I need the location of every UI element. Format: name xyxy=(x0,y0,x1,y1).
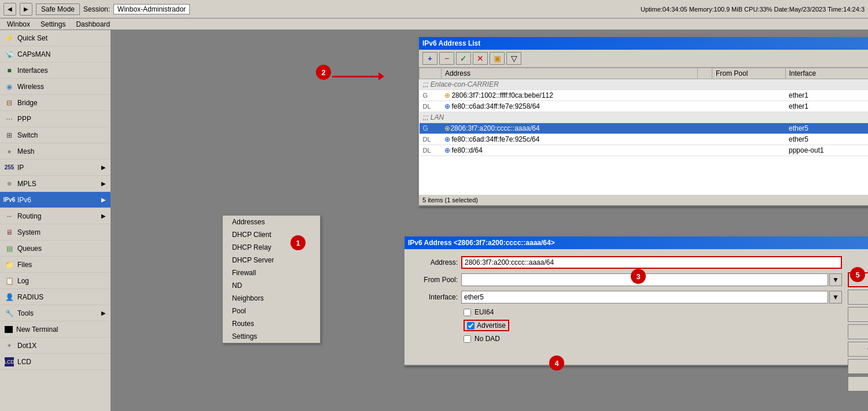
remove-button-dialog[interactable]: Remove xyxy=(848,376,868,391)
sidebar-item-system[interactable]: 🖥 System xyxy=(0,224,111,240)
sidebar-label-capsman: CAPsMAN xyxy=(17,50,50,58)
top-bar: ◀ ▶ Safe Mode Session: Winbox-Administra… xyxy=(0,0,868,18)
sidebar-item-mpls[interactable]: ⊕ MPLS ▶ xyxy=(0,176,111,192)
menu-nd[interactable]: ND xyxy=(223,279,320,292)
address-table: Address From Pool Interface / Advertise … xyxy=(419,68,868,156)
menu-settings[interactable]: Settings xyxy=(223,330,320,343)
sidebar-label-system: System xyxy=(17,228,41,236)
interfaces-icon: ■ xyxy=(5,66,14,75)
menu-firewall[interactable]: Firewall xyxy=(223,266,320,279)
row-address: ⊕fe80::d/64 xyxy=(441,145,697,156)
col-from-pool: From Pool xyxy=(712,68,786,79)
menu-addresses[interactable]: Addresses xyxy=(223,216,320,228)
step-badge-3: 3 xyxy=(631,269,646,284)
menu-pool[interactable]: Pool xyxy=(223,305,320,317)
forward-button[interactable]: ▶ xyxy=(20,3,32,16)
sidebar-item-wireless[interactable]: ◉ Wireless xyxy=(0,79,111,95)
sidebar-item-quick-set[interactable]: ⚡ Quick Set xyxy=(0,30,111,46)
sidebar-label-interfaces: Interfaces xyxy=(17,66,48,75)
sidebar-item-ppp[interactable]: ⋯ PPP xyxy=(0,111,111,127)
advertise-checkbox[interactable] xyxy=(467,322,475,329)
sidebar-item-switch[interactable]: ⊞ Switch xyxy=(0,127,111,143)
sidebar-item-radius[interactable]: 👤 RADIUS xyxy=(0,289,111,305)
sidebar-item-tools[interactable]: 🔧 Tools ▶ xyxy=(0,305,111,321)
sidebar-item-bridge[interactable]: ⊟ Bridge xyxy=(0,95,111,111)
advertise-highlight-box: Advertise xyxy=(464,320,509,331)
remove-button[interactable]: − xyxy=(439,52,454,65)
eui64-checkbox[interactable] xyxy=(464,309,471,316)
row-flag: G xyxy=(420,123,442,134)
menu-settings[interactable]: Settings xyxy=(36,20,70,29)
tools-arrow: ▶ xyxy=(101,310,106,316)
row-flag: DL xyxy=(420,134,442,145)
disable-button[interactable]: Disable xyxy=(848,324,868,339)
menu-dhcp-server[interactable]: DHCP Server xyxy=(223,254,320,266)
cancel-button[interactable]: Cancel xyxy=(848,290,868,305)
advertise-label: Advertise xyxy=(477,321,506,329)
sidebar-label-tools: Tools xyxy=(17,309,34,317)
row-address: ⊕fe80::c6ad:34ff:fe7e:925c/64 xyxy=(441,134,697,145)
sidebar-item-ip[interactable]: 255 IP ▶ xyxy=(0,160,111,176)
sidebar-item-interfaces[interactable]: ■ Interfaces xyxy=(0,62,111,79)
table-row[interactable]: DL ⊕fe80::c6ad:34ff:fe7e:925c/64 ether5 … xyxy=(420,134,869,145)
sidebar-label-ipv6: IPv6 xyxy=(17,196,31,204)
table-row[interactable]: DL ⊕fe80::c6ad:34ff:fe7e:9258/64 ether1 … xyxy=(420,101,869,112)
menu-dashboard[interactable]: Dashboard xyxy=(71,20,115,29)
interface-input[interactable] xyxy=(461,291,828,303)
dialog-form: Address: From Pool: ▼ Interface: xyxy=(404,249,868,365)
sidebar-item-routing[interactable]: ↔ Routing ▶ xyxy=(0,208,111,224)
filter-button[interactable]: ▽ xyxy=(506,52,521,65)
section-lan: ;;; LAN xyxy=(420,112,869,123)
table-row[interactable]: G ⊕2806:3f7:1002::ffff:f0ca:bebe/112 eth… xyxy=(420,90,869,101)
interface-dropdown[interactable]: ▼ xyxy=(829,291,842,303)
row-address: ⊕fe80::c6ad:34ff:fe7e:9258/64 xyxy=(441,101,697,112)
disable-button[interactable]: ✕ xyxy=(473,52,488,65)
from-pool-dropdown[interactable]: ▼ xyxy=(829,273,842,286)
table-header-row: Address From Pool Interface / Advertise … xyxy=(420,68,869,79)
sidebar-item-files[interactable]: 📁 Files xyxy=(0,257,111,273)
enable-button[interactable]: ✓ xyxy=(456,52,471,65)
safe-mode-button[interactable]: Safe Mode xyxy=(36,3,80,15)
add-button[interactable]: + xyxy=(422,52,437,65)
sidebar-label-queues: Queues xyxy=(17,245,42,253)
menu-dhcp-client[interactable]: DHCP Client xyxy=(223,228,320,241)
ppp-icon: ⋯ xyxy=(5,114,14,124)
address-input[interactable] xyxy=(461,256,842,269)
sidebar-item-dot1x[interactable]: ✦ Dot1X xyxy=(0,338,111,354)
from-pool-select-container: ▼ xyxy=(461,273,842,286)
interface-row: Interface: ▼ xyxy=(411,291,842,303)
mpls-icon: ⊕ xyxy=(5,179,14,188)
sidebar-item-new-terminal[interactable]: New Terminal xyxy=(0,321,111,338)
table-row[interactable]: DL ⊕fe80::d/64 pppoe-out1 no xyxy=(420,145,869,156)
back-button[interactable]: ◀ xyxy=(3,3,16,16)
no-dad-checkbox[interactable] xyxy=(464,335,471,343)
routing-arrow: ▶ xyxy=(101,213,106,219)
sidebar-item-capsman[interactable]: 📡 CAPsMAN xyxy=(0,46,111,62)
sidebar: ⚡ Quick Set 📡 CAPsMAN ■ Interfaces ◉ Wir… xyxy=(0,30,111,411)
sidebar-item-lcd[interactable]: LCD LCD xyxy=(0,354,111,370)
comment-button-dialog[interactable]: Comment xyxy=(848,342,868,357)
sidebar-item-mesh[interactable]: ● Mesh xyxy=(0,143,111,160)
menu-routes[interactable]: Routes xyxy=(223,317,320,330)
eui64-row: EUI64 xyxy=(411,308,842,316)
step-badge-4: 4 xyxy=(549,356,564,371)
sidebar-item-log[interactable]: 📋 Log xyxy=(0,273,111,289)
status-info: Uptime:04:34:05 Memory:100.9 MiB CPU:33%… xyxy=(641,6,865,13)
sidebar-label-mesh: Mesh xyxy=(17,147,34,155)
comment-button[interactable]: ▣ xyxy=(490,52,505,65)
menu-winbox[interactable]: Winbox xyxy=(2,20,35,29)
sidebar-item-ipv6[interactable]: IPv6 IPv6 ▶ xyxy=(0,192,111,208)
row-interface: ether5 xyxy=(785,134,868,145)
menu-neighbors[interactable]: Neighbors xyxy=(223,292,320,305)
step-badge-1: 1 xyxy=(290,235,306,250)
arrow-2 xyxy=(332,72,384,80)
table-row-selected[interactable]: G ⊕2806:3f7:a200:cccc::aaaa/64 ether5 ye… xyxy=(420,123,869,134)
sidebar-label-dot1x: Dot1X xyxy=(17,342,36,350)
sidebar-label-log: Log xyxy=(17,277,29,285)
dialog-buttons: OK Cancel Apply Disable Comment Copy Rem… xyxy=(848,272,868,391)
no-dad-row: No DAD xyxy=(411,335,842,343)
apply-button[interactable]: Apply xyxy=(848,307,868,322)
sidebar-item-queues[interactable]: ▤ Queues xyxy=(0,240,111,257)
copy-button[interactable]: Copy xyxy=(848,359,868,374)
ip-icon: 255 xyxy=(5,163,14,172)
